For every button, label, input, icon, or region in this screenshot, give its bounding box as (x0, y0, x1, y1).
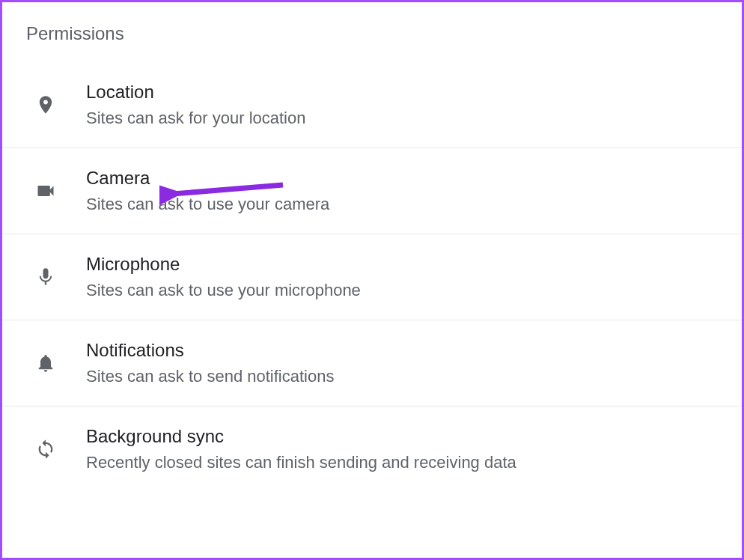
permissions-panel: Permissions Location Sites can ask for y… (0, 0, 744, 560)
permission-row-notifications[interactable]: Notifications Sites can ask to send noti… (2, 320, 742, 407)
camera-icon (32, 177, 59, 204)
permission-text: Location Sites can ask for your location (86, 82, 305, 128)
permission-text: Notifications Sites can ask to send noti… (86, 340, 334, 386)
permission-title: Camera (86, 168, 329, 189)
permission-row-background-sync[interactable]: Background sync Recently closed sites ca… (2, 407, 742, 492)
permission-title: Location (86, 82, 305, 103)
permission-title: Microphone (86, 254, 361, 275)
permission-text: Microphone Sites can ask to use your mic… (86, 254, 361, 300)
permission-text: Background sync Recently closed sites ca… (86, 426, 516, 472)
permission-description: Recently closed sites can finish sending… (86, 453, 516, 472)
sync-icon (32, 436, 59, 463)
permission-title: Notifications (86, 340, 334, 361)
permission-list: Location Sites can ask for your location… (2, 67, 742, 492)
permission-description: Sites can ask to send notifications (86, 367, 334, 386)
permission-row-microphone[interactable]: Microphone Sites can ask to use your mic… (2, 234, 742, 320)
section-title: Permissions (2, 2, 742, 44)
permission-description: Sites can ask for your location (86, 109, 305, 128)
microphone-icon (32, 264, 59, 290)
permission-row-location[interactable]: Location Sites can ask for your location (2, 67, 742, 148)
permission-text: Camera Sites can ask to use your camera (86, 168, 329, 214)
notifications-icon (32, 350, 59, 377)
permission-row-camera[interactable]: Camera Sites can ask to use your camera (2, 148, 742, 234)
location-icon (32, 91, 59, 118)
permission-description: Sites can ask to use your microphone (86, 281, 361, 300)
permission-description: Sites can ask to use your camera (86, 195, 329, 214)
permission-title: Background sync (86, 426, 516, 447)
